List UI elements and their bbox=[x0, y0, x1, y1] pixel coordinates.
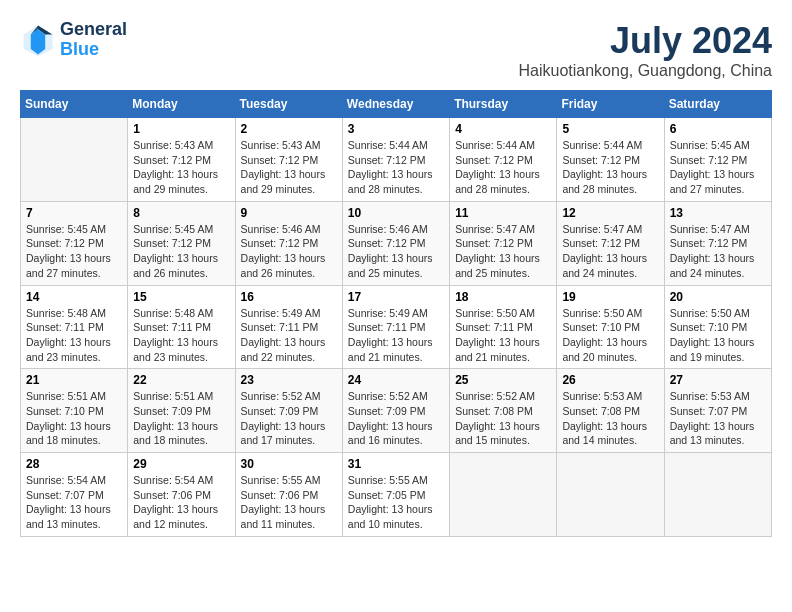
day-info: Sunrise: 5:53 AM Sunset: 7:07 PM Dayligh… bbox=[670, 389, 766, 448]
day-info: Sunrise: 5:48 AM Sunset: 7:11 PM Dayligh… bbox=[26, 306, 122, 365]
calendar-week-row: 1Sunrise: 5:43 AM Sunset: 7:12 PM Daylig… bbox=[21, 118, 772, 202]
day-info: Sunrise: 5:50 AM Sunset: 7:10 PM Dayligh… bbox=[670, 306, 766, 365]
calendar-cell: 4Sunrise: 5:44 AM Sunset: 7:12 PM Daylig… bbox=[450, 118, 557, 202]
day-info: Sunrise: 5:50 AM Sunset: 7:11 PM Dayligh… bbox=[455, 306, 551, 365]
day-info: Sunrise: 5:53 AM Sunset: 7:08 PM Dayligh… bbox=[562, 389, 658, 448]
day-header-friday: Friday bbox=[557, 91, 664, 118]
day-info: Sunrise: 5:47 AM Sunset: 7:12 PM Dayligh… bbox=[670, 222, 766, 281]
day-info: Sunrise: 5:51 AM Sunset: 7:10 PM Dayligh… bbox=[26, 389, 122, 448]
calendar-cell: 16Sunrise: 5:49 AM Sunset: 7:11 PM Dayli… bbox=[235, 285, 342, 369]
calendar-cell: 31Sunrise: 5:55 AM Sunset: 7:05 PM Dayli… bbox=[342, 453, 449, 537]
calendar-cell: 6Sunrise: 5:45 AM Sunset: 7:12 PM Daylig… bbox=[664, 118, 771, 202]
day-info: Sunrise: 5:54 AM Sunset: 7:07 PM Dayligh… bbox=[26, 473, 122, 532]
calendar-cell: 2Sunrise: 5:43 AM Sunset: 7:12 PM Daylig… bbox=[235, 118, 342, 202]
calendar-week-row: 14Sunrise: 5:48 AM Sunset: 7:11 PM Dayli… bbox=[21, 285, 772, 369]
day-number: 18 bbox=[455, 290, 551, 304]
day-number: 24 bbox=[348, 373, 444, 387]
day-number: 12 bbox=[562, 206, 658, 220]
day-info: Sunrise: 5:50 AM Sunset: 7:10 PM Dayligh… bbox=[562, 306, 658, 365]
day-info: Sunrise: 5:46 AM Sunset: 7:12 PM Dayligh… bbox=[348, 222, 444, 281]
location-title: Haikuotiankong, Guangdong, China bbox=[518, 62, 772, 80]
day-number: 21 bbox=[26, 373, 122, 387]
day-header-wednesday: Wednesday bbox=[342, 91, 449, 118]
calendar-cell: 29Sunrise: 5:54 AM Sunset: 7:06 PM Dayli… bbox=[128, 453, 235, 537]
day-info: Sunrise: 5:48 AM Sunset: 7:11 PM Dayligh… bbox=[133, 306, 229, 365]
calendar-week-row: 28Sunrise: 5:54 AM Sunset: 7:07 PM Dayli… bbox=[21, 453, 772, 537]
calendar-cell: 19Sunrise: 5:50 AM Sunset: 7:10 PM Dayli… bbox=[557, 285, 664, 369]
day-number: 11 bbox=[455, 206, 551, 220]
day-info: Sunrise: 5:55 AM Sunset: 7:05 PM Dayligh… bbox=[348, 473, 444, 532]
title-section: July 2024 Haikuotiankong, Guangdong, Chi… bbox=[518, 20, 772, 80]
day-info: Sunrise: 5:52 AM Sunset: 7:08 PM Dayligh… bbox=[455, 389, 551, 448]
day-number: 5 bbox=[562, 122, 658, 136]
calendar-week-row: 7Sunrise: 5:45 AM Sunset: 7:12 PM Daylig… bbox=[21, 201, 772, 285]
day-number: 6 bbox=[670, 122, 766, 136]
calendar-cell: 10Sunrise: 5:46 AM Sunset: 7:12 PM Dayli… bbox=[342, 201, 449, 285]
day-number: 8 bbox=[133, 206, 229, 220]
day-number: 14 bbox=[26, 290, 122, 304]
day-info: Sunrise: 5:54 AM Sunset: 7:06 PM Dayligh… bbox=[133, 473, 229, 532]
calendar-cell: 18Sunrise: 5:50 AM Sunset: 7:11 PM Dayli… bbox=[450, 285, 557, 369]
day-info: Sunrise: 5:52 AM Sunset: 7:09 PM Dayligh… bbox=[348, 389, 444, 448]
month-title: July 2024 bbox=[518, 20, 772, 62]
calendar-week-row: 21Sunrise: 5:51 AM Sunset: 7:10 PM Dayli… bbox=[21, 369, 772, 453]
calendar-cell: 26Sunrise: 5:53 AM Sunset: 7:08 PM Dayli… bbox=[557, 369, 664, 453]
calendar-cell: 13Sunrise: 5:47 AM Sunset: 7:12 PM Dayli… bbox=[664, 201, 771, 285]
calendar-cell: 5Sunrise: 5:44 AM Sunset: 7:12 PM Daylig… bbox=[557, 118, 664, 202]
day-info: Sunrise: 5:49 AM Sunset: 7:11 PM Dayligh… bbox=[241, 306, 337, 365]
calendar-cell: 30Sunrise: 5:55 AM Sunset: 7:06 PM Dayli… bbox=[235, 453, 342, 537]
day-number: 4 bbox=[455, 122, 551, 136]
calendar-cell: 24Sunrise: 5:52 AM Sunset: 7:09 PM Dayli… bbox=[342, 369, 449, 453]
day-number: 2 bbox=[241, 122, 337, 136]
calendar-cell: 27Sunrise: 5:53 AM Sunset: 7:07 PM Dayli… bbox=[664, 369, 771, 453]
day-number: 31 bbox=[348, 457, 444, 471]
calendar-cell: 12Sunrise: 5:47 AM Sunset: 7:12 PM Dayli… bbox=[557, 201, 664, 285]
day-info: Sunrise: 5:43 AM Sunset: 7:12 PM Dayligh… bbox=[133, 138, 229, 197]
day-info: Sunrise: 5:47 AM Sunset: 7:12 PM Dayligh… bbox=[455, 222, 551, 281]
calendar-cell: 25Sunrise: 5:52 AM Sunset: 7:08 PM Dayli… bbox=[450, 369, 557, 453]
calendar-cell: 28Sunrise: 5:54 AM Sunset: 7:07 PM Dayli… bbox=[21, 453, 128, 537]
calendar-cell: 3Sunrise: 5:44 AM Sunset: 7:12 PM Daylig… bbox=[342, 118, 449, 202]
day-number: 1 bbox=[133, 122, 229, 136]
day-number: 7 bbox=[26, 206, 122, 220]
calendar-cell: 23Sunrise: 5:52 AM Sunset: 7:09 PM Dayli… bbox=[235, 369, 342, 453]
day-info: Sunrise: 5:55 AM Sunset: 7:06 PM Dayligh… bbox=[241, 473, 337, 532]
calendar-cell bbox=[557, 453, 664, 537]
day-header-saturday: Saturday bbox=[664, 91, 771, 118]
logo: General Blue bbox=[20, 20, 127, 60]
calendar-cell: 14Sunrise: 5:48 AM Sunset: 7:11 PM Dayli… bbox=[21, 285, 128, 369]
day-info: Sunrise: 5:49 AM Sunset: 7:11 PM Dayligh… bbox=[348, 306, 444, 365]
day-number: 29 bbox=[133, 457, 229, 471]
calendar-cell: 21Sunrise: 5:51 AM Sunset: 7:10 PM Dayli… bbox=[21, 369, 128, 453]
day-info: Sunrise: 5:46 AM Sunset: 7:12 PM Dayligh… bbox=[241, 222, 337, 281]
calendar-header-row: SundayMondayTuesdayWednesdayThursdayFrid… bbox=[21, 91, 772, 118]
day-number: 20 bbox=[670, 290, 766, 304]
calendar-cell: 7Sunrise: 5:45 AM Sunset: 7:12 PM Daylig… bbox=[21, 201, 128, 285]
calendar-table: SundayMondayTuesdayWednesdayThursdayFrid… bbox=[20, 90, 772, 537]
logo-icon bbox=[20, 22, 56, 58]
day-header-tuesday: Tuesday bbox=[235, 91, 342, 118]
calendar-cell bbox=[450, 453, 557, 537]
day-info: Sunrise: 5:51 AM Sunset: 7:09 PM Dayligh… bbox=[133, 389, 229, 448]
day-info: Sunrise: 5:45 AM Sunset: 7:12 PM Dayligh… bbox=[133, 222, 229, 281]
day-number: 22 bbox=[133, 373, 229, 387]
day-header-thursday: Thursday bbox=[450, 91, 557, 118]
day-info: Sunrise: 5:47 AM Sunset: 7:12 PM Dayligh… bbox=[562, 222, 658, 281]
day-number: 23 bbox=[241, 373, 337, 387]
day-number: 15 bbox=[133, 290, 229, 304]
day-number: 16 bbox=[241, 290, 337, 304]
calendar-cell: 8Sunrise: 5:45 AM Sunset: 7:12 PM Daylig… bbox=[128, 201, 235, 285]
day-number: 26 bbox=[562, 373, 658, 387]
day-info: Sunrise: 5:45 AM Sunset: 7:12 PM Dayligh… bbox=[26, 222, 122, 281]
logo-text: General Blue bbox=[60, 20, 127, 60]
day-number: 19 bbox=[562, 290, 658, 304]
page-header: General Blue July 2024 Haikuotiankong, G… bbox=[20, 20, 772, 80]
calendar-cell bbox=[21, 118, 128, 202]
calendar-cell: 17Sunrise: 5:49 AM Sunset: 7:11 PM Dayli… bbox=[342, 285, 449, 369]
day-number: 28 bbox=[26, 457, 122, 471]
day-info: Sunrise: 5:44 AM Sunset: 7:12 PM Dayligh… bbox=[562, 138, 658, 197]
day-number: 27 bbox=[670, 373, 766, 387]
day-info: Sunrise: 5:52 AM Sunset: 7:09 PM Dayligh… bbox=[241, 389, 337, 448]
day-info: Sunrise: 5:45 AM Sunset: 7:12 PM Dayligh… bbox=[670, 138, 766, 197]
day-info: Sunrise: 5:44 AM Sunset: 7:12 PM Dayligh… bbox=[348, 138, 444, 197]
